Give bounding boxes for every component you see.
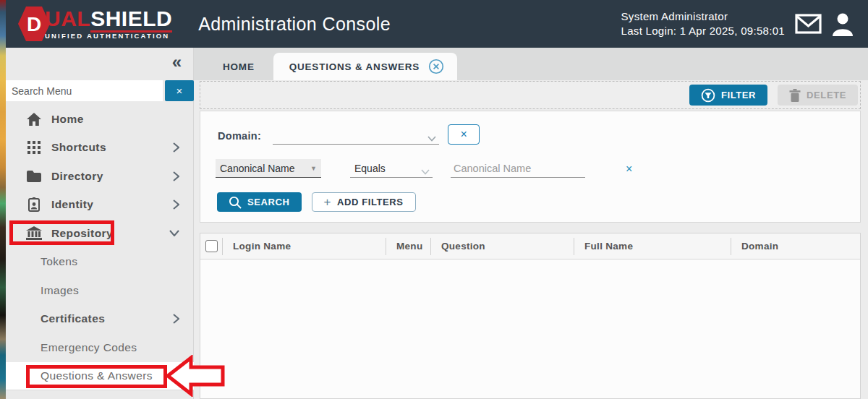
domain-clear-button[interactable]: × <box>448 124 480 145</box>
sidebar-item-home[interactable]: Home <box>6 105 194 134</box>
sidebar-item-label: Shortcuts <box>51 141 106 154</box>
search-icon <box>229 196 242 209</box>
chevron-right-icon <box>173 200 179 210</box>
filter-icon <box>701 88 715 103</box>
chevron-right-icon <box>173 314 179 324</box>
filter-panel: Domain: × Canonical Name ▼ Equals × <box>200 111 861 223</box>
add-filters-button[interactable]: + ADD FILTERS <box>312 192 416 212</box>
filter-value-input[interactable] <box>451 159 585 178</box>
sidebar-item-label: Images <box>41 284 79 297</box>
sidebar-item-directory[interactable]: Directory <box>6 162 194 191</box>
trash-icon <box>789 89 801 102</box>
chevron-down-icon <box>427 132 436 144</box>
dualshield-logo: D UALSHIELD UNIFIED AUTHENTICATION <box>17 6 172 42</box>
domain-select[interactable] <box>273 126 439 145</box>
sidebar-item-label: Certificates <box>41 312 105 325</box>
bank-icon <box>25 226 43 240</box>
sidebar-item-certificates[interactable]: Certificates <box>6 305 194 334</box>
sidebar-item-label: Home <box>51 113 84 126</box>
sidebar-item-shortcuts[interactable]: Shortcuts <box>6 134 194 163</box>
home-icon <box>25 113 43 126</box>
filter-button[interactable]: FILTER <box>689 85 767 106</box>
brand-name-left: UAL <box>45 7 90 30</box>
background-photo-strip <box>0 0 6 399</box>
brand-name-right: SHIELD <box>90 7 172 33</box>
app-header: D UALSHIELD UNIFIED AUTHENTICATION Admin… <box>6 0 868 48</box>
brand-name: UALSHIELD <box>45 8 172 30</box>
caret-down-icon: ▼ <box>310 165 317 172</box>
svg-text:D: D <box>27 13 41 35</box>
sidebar-item-repository[interactable]: Repository <box>6 219 194 248</box>
folder-icon <box>25 171 43 182</box>
close-icon: × <box>626 163 632 175</box>
brand-tagline: UNIFIED AUTHENTICATION <box>45 32 172 40</box>
sidebar-item-images[interactable]: Images <box>6 276 194 305</box>
plus-icon: + <box>324 195 332 210</box>
sidebar-item-identity[interactable]: Identity <box>6 191 194 220</box>
close-icon: × <box>176 85 183 97</box>
domain-label: Domain: <box>218 130 261 145</box>
chevron-down-icon <box>421 166 430 177</box>
column-header-question[interactable]: Question <box>430 238 574 255</box>
sidebar-search: × <box>6 80 194 101</box>
tab-home[interactable]: HOME <box>204 53 273 80</box>
user-name: System Administrator <box>621 9 785 24</box>
column-header-login-name[interactable]: Login Name <box>222 238 386 255</box>
tab-close-icon[interactable] <box>428 59 444 74</box>
sidebar-item-label: Emergency Codes <box>41 341 137 354</box>
table-header-row: Login Name Menu Question Full Name Domai… <box>200 233 860 259</box>
sidebar: « × Home Shortcuts <box>6 48 194 399</box>
tab-bar: HOME QUESTIONS & ANSWERS <box>194 48 868 80</box>
filter-field-select[interactable]: Canonical Name ▼ <box>216 159 321 178</box>
search-clear-button[interactable]: × <box>165 80 194 101</box>
column-header-full-name[interactable]: Full Name <box>574 238 731 255</box>
close-icon: × <box>460 128 467 140</box>
sidebar-item-label: Tokens <box>41 255 78 268</box>
sidebar-item-emergency-codes[interactable]: Emergency Codes <box>6 333 194 362</box>
delete-button[interactable]: DELETE <box>778 85 858 106</box>
id-badge-icon <box>25 197 43 212</box>
user-info: System Administrator Last Login: 1 Apr 2… <box>621 9 785 38</box>
sidebar-menu: Home Shortcuts Directory <box>6 105 194 390</box>
sidebar-item-label: Directory <box>51 170 103 183</box>
search-button[interactable]: SEARCH <box>217 192 302 212</box>
action-toolbar: FILTER DELETE <box>200 81 861 109</box>
column-header-menu[interactable]: Menu <box>386 238 430 255</box>
page-title: Administration Console <box>198 14 391 35</box>
tab-questions-answers[interactable]: QUESTIONS & ANSWERS <box>273 53 457 80</box>
sidebar-collapse-icon[interactable]: « <box>172 53 182 71</box>
chevron-right-icon <box>173 171 179 181</box>
filter-row-clear-icon[interactable]: × <box>626 163 632 178</box>
chevron-right-icon <box>173 142 179 153</box>
search-menu-input[interactable] <box>6 80 163 101</box>
sidebar-item-tokens[interactable]: Tokens <box>6 248 194 277</box>
filter-operator-select[interactable]: Equals <box>350 159 433 178</box>
grid-icon <box>25 141 43 154</box>
results-table: Login Name Menu Question Full Name Domai… <box>200 233 861 399</box>
column-header-domain[interactable]: Domain <box>731 238 860 255</box>
sidebar-item-label: Identity <box>51 198 93 211</box>
chevron-down-icon <box>169 230 179 236</box>
sidebar-item-label: Questions & Answers <box>41 369 153 382</box>
sidebar-item-label: Repository <box>51 227 113 240</box>
select-all-checkbox[interactable] <box>205 240 218 252</box>
user-profile-icon[interactable] <box>830 12 855 36</box>
mail-icon[interactable] <box>795 14 822 34</box>
last-login: Last Login: 1 Apr 2025, 09:58:01 <box>621 24 785 38</box>
sidebar-item-questions-answers[interactable]: Questions & Answers <box>6 362 194 391</box>
